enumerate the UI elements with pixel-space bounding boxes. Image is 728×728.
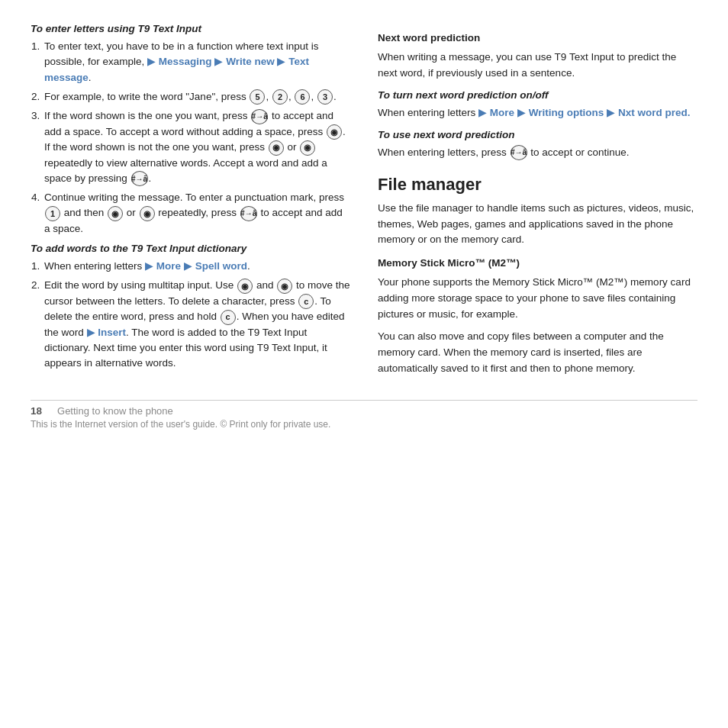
link-messaging: Messaging (159, 56, 212, 67)
list-item: For example, to write the word "Jane", p… (43, 89, 350, 105)
footer-section: Getting to know the phone (57, 405, 173, 417)
footer-notice: This is the Internet version of the user… (31, 419, 697, 430)
list-item: If the word shown is the one you want, p… (43, 108, 350, 186)
list-item: Edit the word by using multitap input. U… (43, 278, 350, 371)
right-column: Next word prediction When writing a mess… (378, 23, 697, 382)
key-c2: c (221, 310, 236, 325)
footer: 18 Getting to know the phone (31, 400, 697, 417)
key-1: 1 (45, 206, 60, 221)
link-more1: More (156, 260, 181, 272)
link-write-new: Write new (226, 56, 275, 67)
key-circle7: ◉ (277, 279, 292, 294)
key-3: 3 (317, 89, 333, 105)
key-2: 2 (272, 89, 288, 105)
link-insert: Insert (98, 327, 126, 338)
link-spell-word: Spell word (195, 260, 247, 272)
key-circle5: ◉ (140, 206, 155, 221)
list-item: Continue writing the message. To enter a… (43, 190, 350, 237)
link-writing-options: Writing options (529, 107, 604, 118)
nav-arrow: ▶ (147, 56, 156, 67)
use-nwp-title: To use next word prediction (378, 129, 697, 140)
turn-nwp-title: To turn next word prediction on/off (378, 89, 697, 101)
link-more2: More (490, 107, 514, 118)
memory-stick-text1: Your phone supports the Memory Stick Mic… (378, 275, 697, 323)
nwp-text: When writing a message, you can use T9 T… (378, 50, 697, 82)
key-circle1: ◉ (327, 124, 342, 140)
key-circle4: ◉ (108, 206, 123, 221)
key-circle3: ◉ (300, 140, 315, 156)
key-c1: c (298, 294, 314, 309)
list-item: When entering letters ▶ More ▶ Spell wor… (43, 259, 350, 274)
key-6: 6 (295, 89, 310, 105)
file-manager-text: Use the file manager to handle items suc… (378, 201, 697, 249)
list-item: To enter text, you have to be in a funct… (43, 39, 350, 85)
section1-title: To enter letters using T9 Text Input (31, 23, 350, 34)
memory-stick-text2: You can also move and copy files between… (378, 329, 697, 377)
key-5: 5 (250, 89, 265, 105)
key-hash2: #→ā (131, 171, 148, 186)
link-nxt-word-pred: Nxt word pred. (618, 107, 691, 118)
page-number: 18 (31, 405, 42, 417)
key-circle6: ◉ (237, 279, 253, 294)
file-manager-heading: File manager (378, 175, 697, 195)
section2-list: When entering letters ▶ More ▶ Spell wor… (43, 259, 350, 371)
key-circle2: ◉ (269, 140, 284, 156)
section2-title: To add words to the T9 Text Input dictio… (31, 243, 350, 254)
memory-stick-heading: Memory Stick Micro™ (M2™) (378, 256, 697, 272)
use-nwp-text: When entering letters, press #→ā to acce… (378, 145, 697, 161)
section1-list: To enter text, you have to be in a funct… (43, 39, 350, 237)
nwp-heading: Next word prediction (378, 31, 697, 47)
key-hash3: #→ā (240, 206, 257, 221)
left-column: To enter letters using T9 Text Input To … (31, 23, 350, 382)
key-hash1: #→ā (251, 109, 268, 124)
key-hash4: #→ā (511, 145, 527, 160)
turn-nwp-text: When entering letters ▶ More ▶ Writing o… (378, 105, 697, 121)
